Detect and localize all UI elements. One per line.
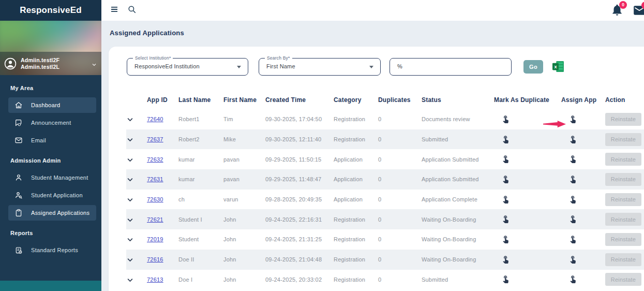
cell-last-name: kumar	[178, 176, 223, 182]
expand-chevron-icon[interactable]	[126, 196, 134, 203]
cell-last-name: Student	[178, 236, 223, 242]
sidebar-item-assigned-applications[interactable]: Assigned Applications	[8, 205, 96, 221]
assign-app-icon[interactable]	[568, 255, 577, 264]
mark-as-duplicate-icon[interactable]	[501, 154, 510, 163]
cell-last-name: ch	[178, 196, 223, 202]
app-id-link[interactable]: 72640	[147, 116, 163, 122]
page-title: Assigned Applications	[110, 29, 184, 37]
cell-first-name: pavan	[223, 156, 265, 163]
assign-app-icon[interactable]	[568, 135, 577, 143]
cell-first-name: John	[223, 277, 265, 283]
expand-chevron-icon[interactable]	[126, 276, 134, 284]
search-by-select[interactable]: Search By* First Name	[259, 58, 381, 76]
reinstate-button[interactable]: Reinstate	[605, 133, 641, 146]
institution-select[interactable]: Select Institution* ResponsiveEd Institu…	[127, 58, 248, 76]
mark-as-duplicate-icon[interactable]	[501, 255, 510, 264]
mark-as-duplicate-icon[interactable]	[501, 274, 510, 283]
mark-as-duplicate-icon[interactable]	[501, 114, 510, 123]
cell-category: Registration	[334, 256, 378, 263]
cell-category: Application	[334, 176, 378, 182]
search-icon[interactable]	[127, 5, 137, 14]
topbar: 0	[101, 0, 644, 21]
cell-category: Registration	[334, 116, 378, 122]
cell-first-name: varun	[223, 196, 265, 202]
reinstate-button[interactable]: Reinstate	[605, 273, 641, 286]
sidebar-item-standard-reports[interactable]: Standard Reports	[8, 242, 96, 258]
email-icon	[14, 136, 23, 144]
sidebar-item-student-management[interactable]: Student Management	[8, 170, 96, 185]
assign-app-icon[interactable]	[568, 154, 577, 163]
assign-app-icon[interactable]	[568, 195, 577, 203]
table-row: 72621 Student I John 09-24-2025, 22:16:3…	[126, 209, 644, 229]
cell-status: Application Submitted	[422, 156, 494, 163]
section-label-admission-admin: Admission Admin	[0, 150, 101, 168]
hamburger-menu-icon[interactable]	[110, 5, 119, 14]
institution-select-value: ResponsiveEd Institution	[134, 59, 200, 75]
sidebar-item-dashboard[interactable]: Dashboard	[8, 97, 96, 113]
messages-button[interactable]	[633, 4, 644, 17]
reinstate-button[interactable]: Reinstate	[605, 173, 641, 186]
assign-app-icon[interactable]	[568, 114, 577, 123]
mark-as-duplicate-icon[interactable]	[501, 174, 510, 183]
cell-created-time: 09-29-2025, 11:48:47	[265, 176, 334, 182]
reinstate-button[interactable]: Reinstate	[605, 213, 641, 226]
cell-duplicates: 0	[378, 236, 422, 242]
app-id-link[interactable]: 72632	[147, 156, 163, 163]
app-id-link[interactable]: 72613	[147, 277, 163, 283]
sidebar: ResponsiveEd Admiin.testl2F Admiin.testl…	[0, 0, 101, 291]
reinstate-button[interactable]: Reinstate	[605, 113, 641, 126]
table-header-row: App ID Last Name First Name Created Time…	[126, 91, 644, 109]
app-id-link[interactable]: 72637	[147, 136, 163, 142]
expand-chevron-icon[interactable]	[126, 256, 134, 264]
excel-export-icon[interactable]: x	[552, 61, 564, 72]
cell-duplicates: 0	[378, 256, 422, 263]
expand-chevron-icon[interactable]	[126, 136, 134, 143]
mark-as-duplicate-icon[interactable]	[501, 214, 510, 223]
expand-chevron-icon[interactable]	[126, 236, 134, 243]
search-by-select-value: First Name	[266, 59, 295, 75]
sidebar-item-label: Student Management	[31, 174, 88, 181]
mark-as-duplicate-icon[interactable]	[501, 235, 510, 243]
reinstate-button[interactable]: Reinstate	[605, 233, 641, 246]
expand-chevron-icon[interactable]	[126, 216, 134, 224]
home-icon	[14, 101, 23, 109]
user-name-line1: Admiin.testl2F	[21, 57, 59, 64]
cell-created-time: 09-30-2025, 17:04:50	[265, 116, 334, 122]
header-last-name: Last Name	[178, 91, 223, 109]
person-search-icon	[14, 191, 23, 199]
reinstate-button[interactable]: Reinstate	[605, 153, 641, 166]
search-text-input[interactable]: %	[390, 58, 512, 76]
mark-as-duplicate-icon[interactable]	[501, 135, 510, 143]
reinstate-button[interactable]: Reinstate	[605, 253, 641, 266]
cell-last-name: Student I	[178, 216, 223, 223]
cell-status: Application Complete	[422, 196, 494, 202]
table-row: 72630 ch varun 09-28-2025, 20:49:35 Appl…	[126, 190, 644, 210]
app-id-link[interactable]: 72630	[147, 196, 163, 202]
expand-chevron-icon[interactable]	[126, 115, 134, 123]
sidebar-item-email[interactable]: Email	[8, 133, 96, 148]
app-id-link[interactable]: 72616	[147, 256, 163, 263]
app-id-link[interactable]: 72019	[147, 236, 163, 242]
expand-chevron-icon[interactable]	[126, 176, 134, 183]
sidebar-item-announcement[interactable]: Announcement	[8, 115, 96, 130]
assign-app-icon[interactable]	[568, 274, 577, 283]
cell-category: Registration	[334, 216, 378, 223]
table-row: 72640 Robert1 Tim 09-30-2025, 17:04:50 R…	[126, 109, 644, 129]
cell-created-time: 09-24-2025, 21:31:25	[265, 236, 334, 242]
expand-chevron-icon[interactable]	[126, 156, 134, 164]
cell-category: Application	[334, 156, 378, 163]
assign-app-icon[interactable]	[568, 235, 577, 243]
sidebar-item-student-application[interactable]: Student Application	[8, 187, 96, 203]
go-button[interactable]: Go	[523, 60, 543, 74]
cell-created-time: 09-24-2025, 20:33:02	[265, 277, 334, 283]
reinstate-button[interactable]: Reinstate	[605, 193, 641, 206]
app-id-link[interactable]: 72631	[147, 176, 163, 182]
mark-as-duplicate-icon[interactable]	[501, 195, 510, 203]
user-menu[interactable]: Admiin.testl2F Admiin.testl2L	[0, 52, 101, 75]
app-id-link[interactable]: 72621	[147, 216, 163, 223]
assign-app-icon[interactable]	[568, 214, 577, 223]
cell-status: Waiting On-Boarding	[422, 216, 494, 223]
cell-first-name: Tim	[223, 116, 265, 122]
notifications-button[interactable]: 0	[610, 3, 624, 17]
assign-app-icon[interactable]	[568, 174, 577, 183]
